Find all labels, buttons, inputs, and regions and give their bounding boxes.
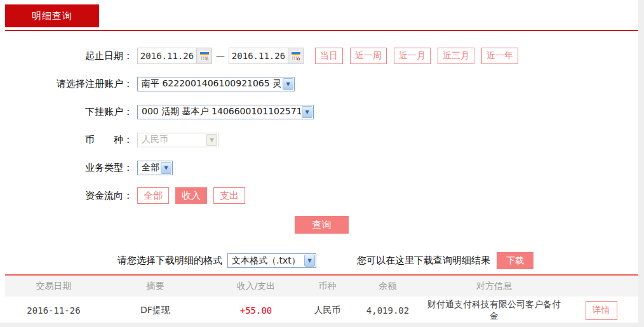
header-counterparty: 对方信息 [424,276,564,297]
bottom-gutter [0,323,644,327]
sub-account-value: 000 活期 基本户 1406600101102571848 [138,106,301,117]
start-date-field[interactable] [138,48,196,63]
end-date-calendar-icon[interactable] [288,48,303,63]
currency-select: 人民币 ▼ [137,133,218,147]
fund-flow-expense-button[interactable]: 支出 [213,187,245,204]
start-date-calendar-icon[interactable] [196,48,211,63]
fund-flow-label: 资金流向： [5,190,137,202]
transactions-table: 交易日期 摘要 收入/支出 币种 余额 对方信息 2016-11-26 DF提现… [5,276,638,326]
date-range-label: 起止日期： [5,50,137,62]
business-type-value: 全部 [138,162,160,173]
query-form: 起止日期： — [5,31,638,204]
quick-date-last-week-button[interactable]: 近一周 [350,48,387,64]
date-range-separator: — [216,51,225,61]
register-account-select[interactable]: 南平 6222001406100921065 灵通卡 ▼ [137,77,295,91]
download-format-value: 文本格式（.txt） [228,255,304,267]
tab-detail-query-label: 明细查询 [32,10,72,22]
start-date-input[interactable] [137,48,212,64]
business-type-row: 业务类型： 全部 ▼ [5,159,638,176]
download-format-label: 请您选择下载明细的格式 [117,255,222,267]
quick-date-buttons: 当日 近一周 近一月 近三月 近一年 [315,48,525,64]
content-panel: 明细查询 起止日期： [5,0,638,323]
register-account-value: 南平 6222001406100921065 灵通卡 [138,78,282,90]
tab-detail-query[interactable]: 明细查询 [5,4,99,27]
cell-actions: 详情 [564,297,638,325]
quick-date-last-3-months-button[interactable]: 近三月 [438,48,474,64]
header-income-expense: 收入/支出 [208,276,304,297]
query-button-row: 查询 [5,216,638,234]
currency-label: 币 种： [5,134,137,146]
download-row: 请您选择下载明细的格式 文本格式（.txt） ▼ 您可以在这里下载查询明细结果 … [5,252,638,269]
cell-summary: DF提现 [102,297,208,325]
cell-transaction-date: 2016-11-26 [5,297,102,325]
currency-row: 币 种： 人民币 ▼ [5,131,638,148]
fund-flow-income-button[interactable]: 收入 [175,187,207,204]
fund-flow-row: 资金流向： 全部 收入 支出 [5,187,638,204]
business-type-select[interactable]: 全部 ▼ [137,161,173,175]
tab-bar: 明细查询 [5,0,638,27]
detail-button[interactable]: 详情 [586,301,617,320]
register-account-row: 请选择注册账户： 南平 6222001406100921065 灵通卡 ▼ [5,76,638,92]
cell-currency: 人民币 [304,297,351,325]
chevron-down-icon: ▼ [206,134,217,146]
sub-account-row: 下挂账户： 000 活期 基本户 1406600101102571848 ▼ [5,103,638,120]
cell-counterparty: 财付通支付科技有限公司客户备付金 [424,297,564,325]
download-hint-text: 您可以在这里下载查询明细结果 [357,255,490,267]
register-account-label: 请选择注册账户： [5,78,137,90]
fund-flow-all-button[interactable]: 全部 [137,187,169,204]
chevron-down-icon: ▼ [302,106,312,118]
chevron-down-icon: ▼ [161,162,171,174]
query-button[interactable]: 查询 [295,216,349,234]
header-transaction-date: 交易日期 [5,276,102,297]
table-header-row: 交易日期 摘要 收入/支出 币种 余额 对方信息 [5,276,638,297]
header-currency: 币种 [304,276,351,297]
quick-date-today-button[interactable]: 当日 [315,48,343,64]
chevron-down-icon: ▼ [283,78,293,90]
download-format-select[interactable]: 文本格式（.txt） ▼ [227,253,316,268]
download-button[interactable]: 下载 [497,252,533,269]
header-actions [564,276,638,297]
business-type-label: 业务类型： [5,162,137,174]
header-summary: 摘要 [102,276,208,297]
currency-value: 人民币 [138,134,206,145]
table-row: 2016-11-26 DF提现 +55.00 人民币 4,019.02 财付通支… [5,297,638,325]
date-range-row: 起止日期： — [5,48,638,64]
header-balance: 余额 [351,276,424,297]
sub-account-select[interactable]: 000 活期 基本户 1406600101102571848 ▼ [137,105,314,119]
scrollbar-gutter [638,0,644,327]
quick-date-last-month-button[interactable]: 近一月 [394,48,431,64]
cell-balance: 4,019.02 [351,297,424,325]
end-date-field[interactable] [229,48,288,63]
quick-date-last-year-button[interactable]: 近一年 [481,48,518,64]
cell-amount: +55.00 [208,297,304,325]
sub-account-label: 下挂账户： [5,106,137,118]
end-date-input[interactable] [229,48,304,64]
chevron-down-icon: ▼ [304,255,315,267]
